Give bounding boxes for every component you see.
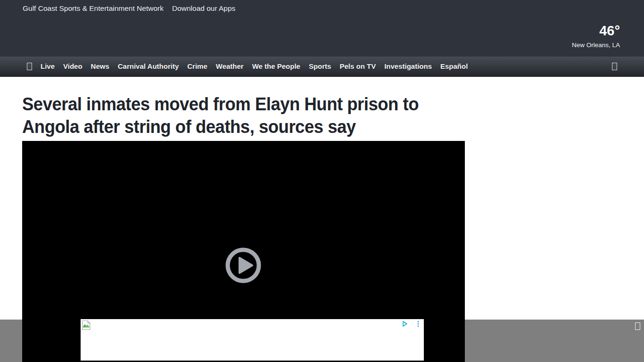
adchoices-icon[interactable] [402, 321, 408, 327]
nav-item-espanol[interactable]: Español [440, 62, 468, 70]
home-icon[interactable] [27, 63, 32, 70]
ad-menu-dots-icon[interactable] [417, 321, 420, 327]
video-player[interactable] [22, 141, 465, 362]
article-headline: Several inmates moved from Elayn Hunt pr… [22, 93, 470, 138]
site-header: Gulf Coast Sports & Entertainment Networ… [0, 0, 644, 57]
nav-item-weather[interactable]: Weather [216, 62, 244, 70]
weather-temperature: 46° [572, 23, 620, 39]
nav-item-video[interactable]: Video [63, 62, 83, 70]
nav-list: Live Video News Carnival Authority Crime… [41, 62, 468, 71]
bottom-bar-widget-icon[interactable] [635, 322, 640, 330]
nav-item-investigations[interactable]: Investigations [384, 62, 432, 70]
weather-widget[interactable]: 46° New Orleans, LA [572, 23, 620, 49]
nav-item-live[interactable]: Live [41, 62, 55, 70]
weather-location: New Orleans, LA [572, 41, 620, 49]
nav-item-carnival-authority[interactable]: Carnival Authority [118, 62, 179, 70]
nav-item-news[interactable]: News [91, 62, 109, 70]
download-apps-link[interactable]: Download our Apps [172, 4, 235, 13]
nav-item-sports[interactable]: Sports [309, 62, 331, 70]
nav-item-we-the-people[interactable]: We the People [252, 62, 300, 70]
topbar: Gulf Coast Sports & Entertainment Networ… [0, 0, 644, 13]
nav-item-crime[interactable]: Crime [187, 62, 207, 70]
nav-item-pels-on-tv[interactable]: Pels on TV [339, 62, 376, 70]
network-link[interactable]: Gulf Coast Sports & Entertainment Networ… [23, 4, 164, 13]
headline-line-2: Angola after string of deaths, sources s… [22, 115, 470, 138]
main-nav: Live Video News Carnival Authority Crime… [0, 57, 644, 77]
headline-line-1: Several inmates moved from Elayn Hunt pr… [22, 93, 470, 115]
video-ad-overlay[interactable] [81, 319, 424, 361]
search-icon[interactable] [612, 63, 617, 70]
play-icon[interactable] [224, 247, 262, 284]
broken-image-icon [82, 320, 91, 330]
